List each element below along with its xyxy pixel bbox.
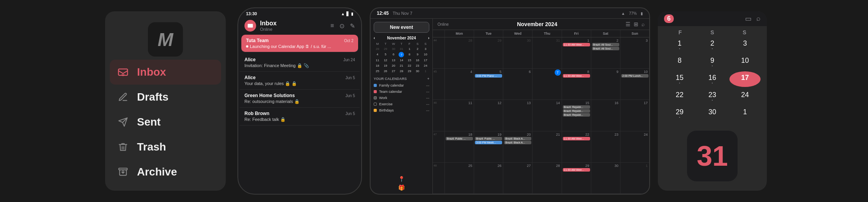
calendar-work[interactable]: Work ••• <box>374 95 429 101</box>
cal-cell-27[interactable]: 27 <box>503 163 532 193</box>
cal-mini-day-23[interactable]: 23 <box>414 63 422 68</box>
cal-mini-day-7-today[interactable]: 7 <box>399 52 404 57</box>
cal-cell-3-nov[interactable]: 3 <box>620 37 649 68</box>
cal-mini-day-27[interactable]: 27 <box>390 69 397 74</box>
email-item-0[interactable]: Tuta Team Oct 2 Launching our Calendar A… <box>241 35 358 52</box>
cal-event-2b[interactable]: Brazil: All Soul... <box>592 47 619 50</box>
phone-header-icons[interactable]: ≡ ⊙ ✎ <box>330 22 355 30</box>
cal-cell-19[interactable]: 19 Brazil: Public ... 3:00 PM Meeti... <box>474 131 503 162</box>
calendar-team[interactable]: Team calendar ••• <box>374 89 429 95</box>
cal-list-view-icon[interactable]: ☰ <box>626 21 631 27</box>
sidebar-item-sent[interactable]: Sent <box>110 110 221 135</box>
cal-cell-1-dec[interactable]: 1 <box>620 163 649 193</box>
family-calendar-more[interactable]: ••• <box>426 84 429 87</box>
cal-cell-11[interactable]: 11 <box>445 100 474 131</box>
cal-cell-28-oct[interactable]: 28 <box>445 37 474 68</box>
cal-cell-7-today[interactable]: 7 <box>532 69 561 99</box>
cal-icon-cell-9[interactable]: 9 <box>697 54 728 70</box>
cal-cell-2-nov[interactable]: 2 Brazil: All Soul... Brazil: All Soul..… <box>591 37 620 68</box>
cal-cell-30[interactable]: 30 <box>591 163 620 193</box>
cal-mini-day-29[interactable]: 29 <box>382 46 390 51</box>
cal-mini-day-22[interactable]: 22 <box>406 63 413 68</box>
cal-mini-day-9[interactable]: 9 <box>414 52 422 57</box>
cal-mini-day-3[interactable]: 3 <box>422 46 429 51</box>
cal-event-19b[interactable]: 3:00 PM Meeti... <box>475 141 502 144</box>
cal-mini-day-30b[interactable]: 30 <box>414 69 422 74</box>
cal-mini-day-19[interactable]: 19 <box>382 63 390 68</box>
email-item-3[interactable]: Green Home Solutions Jun 5 Re: outsourci… <box>240 90 360 108</box>
cal-event-2a[interactable]: Brazil: All Soul... <box>592 43 619 46</box>
cal-grid-view-icon[interactable]: ⊞ <box>634 21 638 27</box>
team-calendar-more[interactable]: ••• <box>426 90 429 94</box>
cal-cell-31-oct[interactable]: 31 <box>532 37 561 68</box>
cal-cell-16[interactable]: 16 <box>591 100 620 131</box>
cal-icon-cell-1[interactable]: 1 <box>664 37 695 53</box>
cal-cell-25[interactable]: 25 <box>445 163 474 193</box>
cal-mini-next[interactable]: › <box>428 36 429 40</box>
calendar-family[interactable]: Family calendar ••• <box>374 82 429 89</box>
cal-mini-day-28b[interactable]: 28 <box>398 69 406 74</box>
birthdays-calendar-more[interactable]: ••• <box>426 109 429 112</box>
cal-mini-day-28[interactable]: 28 <box>374 46 381 51</box>
add-calendar-icon[interactable]: + <box>427 77 429 81</box>
cal-mini-day-8[interactable]: 8 <box>406 52 413 57</box>
cal-mini-day-15[interactable]: 15 <box>406 58 413 63</box>
cal-event-15a[interactable]: Brazil: Repúbl... <box>563 105 590 109</box>
cal-event-19a[interactable]: Brazil: Public ... <box>475 137 502 140</box>
exercise-calendar-more[interactable]: ••• <box>426 103 429 106</box>
cal-icon-cell-24[interactable]: 24 <box>729 89 761 104</box>
cal-mini-day-24[interactable]: 24 <box>422 63 429 68</box>
cal-mini-day-10[interactable]: 10 <box>422 52 429 57</box>
cal-cell-13[interactable]: 13 <box>503 100 532 131</box>
cal-icon-window-icon[interactable]: ▭ <box>745 14 752 23</box>
sidebar-item-trash[interactable]: Trash <box>110 135 221 159</box>
new-event-button[interactable]: New event <box>374 22 429 33</box>
cal-cell-20[interactable]: 20 Brazil: Black A... Brazil: Black A... <box>503 131 532 162</box>
cal-mini-day-4[interactable]: 4 <box>374 52 381 57</box>
cal-cell-29[interactable]: 29 11:30 AM Wee... <box>562 163 591 193</box>
compose-icon[interactable]: ✎ <box>350 22 355 30</box>
cal-mini-prev[interactable]: ‹ <box>374 36 375 40</box>
cal-cell-21[interactable]: 21 <box>532 131 561 162</box>
cal-cell-22[interactable]: 22 11:30 AM Wee... <box>562 131 591 162</box>
cal-event-22a[interactable]: 11:30 AM Wee... <box>563 137 590 140</box>
search-icon[interactable]: ⊙ <box>339 22 344 30</box>
cal-icon-cell-23[interactable]: 23 <box>697 89 728 104</box>
cal-mini-day-16[interactable]: 16 <box>414 58 422 63</box>
cal-event-10a[interactable]: 2:00 PM Lunch... <box>621 74 648 78</box>
cal-icon-cell-3[interactable]: 3 <box>729 37 761 53</box>
cal-mini-day-11[interactable]: 11 <box>374 58 381 63</box>
cal-mini-day-31[interactable]: 31 <box>398 46 406 51</box>
cal-icon-search-icon[interactable]: ⌕ <box>756 14 761 23</box>
cal-cell-12[interactable]: 12 <box>474 100 503 131</box>
sidebar-item-inbox[interactable]: Inbox <box>110 60 221 85</box>
cal-mini-day-21[interactable]: 21 <box>398 63 406 68</box>
cal-mini-day-13[interactable]: 13 <box>390 58 397 63</box>
calendar-exercise[interactable]: Exercise ••• <box>374 101 429 107</box>
cal-icon-cell-8[interactable]: 8 <box>664 54 695 70</box>
cal-icon-cell-30[interactable]: 30 <box>697 106 728 121</box>
cal-sidebar-icon-2[interactable]: 🎁 <box>398 184 405 191</box>
cal-mini-day-30[interactable]: 30 <box>390 46 397 51</box>
calendar-birthdays[interactable]: Birthdays ••• <box>374 107 429 113</box>
cal-mini-day-5[interactable]: 5 <box>382 52 390 57</box>
cal-event-20b[interactable]: Brazil: Black A... <box>504 141 531 144</box>
cal-mini-day-17[interactable]: 17 <box>422 58 429 63</box>
cal-icon-cell-17-today[interactable]: 17 <box>729 71 761 87</box>
cal-cell-1-nov[interactable]: 1 11:30 AM Wee... <box>562 37 591 68</box>
cal-cell-14[interactable]: 14 <box>532 100 561 131</box>
cal-cell-17[interactable]: 17 <box>620 100 649 131</box>
sidebar-item-archive[interactable]: Archive <box>110 159 221 184</box>
cal-cell-8[interactable]: 8 11:30 AM Wee... <box>562 69 591 99</box>
cal-icon-cell-15[interactable]: 15 <box>664 71 695 87</box>
email-item-4[interactable]: Rob Brown Jun 5 Re: Feedback talk 🔒 <box>240 108 360 126</box>
cal-cell-4[interactable]: 4 <box>445 69 474 99</box>
cal-mini-day-29b[interactable]: 29 <box>406 69 413 74</box>
cal-icon-cell-1b[interactable]: 1 <box>729 106 761 121</box>
cal-cell-6[interactable]: 6 <box>503 69 532 99</box>
cal-cell-24[interactable]: 24 <box>620 131 649 162</box>
cal-search-icon[interactable]: ⌕ <box>641 21 645 27</box>
cal-mini-day-1[interactable]: 1 <box>406 46 413 51</box>
cal-event-5a[interactable]: 3:00 PM Piano ... <box>475 74 502 78</box>
cal-cell-5[interactable]: 5 3:00 PM Piano ... <box>474 69 503 99</box>
